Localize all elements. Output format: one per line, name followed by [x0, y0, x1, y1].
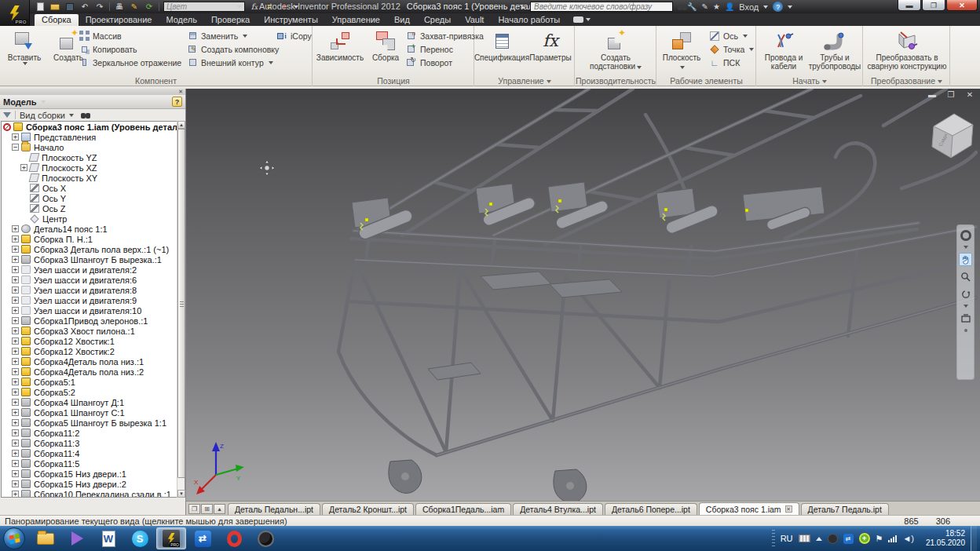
tree-item[interactable]: +Сборка3 Деталь пола верх.:1 (~1) [2, 244, 185, 254]
language-indicator[interactable]: RU [781, 534, 793, 543]
search-icon[interactable] [678, 2, 682, 12]
expander-icon[interactable]: + [12, 440, 19, 447]
action-center-icon[interactable]: ⚑ [876, 534, 883, 544]
tree-item[interactable]: +Узел шасси и двигателя:2 [2, 265, 185, 275]
expander-icon[interactable]: + [12, 450, 19, 457]
group-label[interactable]: Компонент [0, 76, 312, 86]
tray-app-icon[interactable] [828, 534, 838, 544]
show-desktop-button[interactable] [971, 526, 977, 551]
tree-item[interactable]: +Сборка12 Хвостик:1 [2, 336, 185, 346]
look-at-tool-icon[interactable] [959, 312, 972, 325]
insert-button[interactable]: Вставить [3, 28, 46, 75]
color-combobox[interactable]: Цвет [163, 2, 245, 12]
show-hidden-icons[interactable] [816, 537, 822, 541]
expander-icon[interactable]: + [12, 338, 19, 345]
antivirus-tray-icon[interactable]: + [859, 533, 870, 544]
expander-icon[interactable]: + [12, 399, 19, 406]
expander-icon[interactable]: + [12, 225, 19, 232]
group-label[interactable]: Рабочие элементы [657, 76, 755, 86]
expander-icon[interactable]: + [12, 246, 19, 253]
view-selector[interactable]: Вид сборки [20, 111, 65, 120]
taskbar-app-inventor[interactable]: PRO [156, 527, 186, 549]
help-icon[interactable]: ? [773, 2, 783, 12]
search-input[interactable] [530, 2, 673, 12]
tree-item[interactable]: +Сборка11:4 [2, 448, 185, 458]
tree-item[interactable]: +Сборка3 Шпангоут Б вырезка.:1 [2, 254, 185, 265]
tree-item[interactable]: +Сборка5:2 [2, 387, 185, 397]
create-substitutes-button[interactable]: ✦ Создать подстановки [580, 28, 651, 75]
chevron-down-icon[interactable] [69, 114, 74, 117]
update-icon[interactable]: ⟳ [144, 2, 155, 12]
tab-close-icon[interactable]: ✕ [785, 505, 792, 513]
tree-item[interactable]: +Сборка15 Низ двери.:2 [2, 479, 185, 489]
navbar-options-icon[interactable] [964, 329, 967, 332]
expander-icon[interactable]: + [12, 317, 19, 324]
expander-icon[interactable]: + [12, 460, 19, 467]
expander-icon[interactable]: + [12, 358, 19, 365]
expander-icon[interactable]: + [12, 266, 19, 273]
taskbar-app-explorer[interactable] [31, 527, 60, 549]
find-icon[interactable] [81, 111, 86, 120]
expand-arrow-icon[interactable]: ▸ [521, 2, 525, 11]
document-tab[interactable]: Сборка3 пояс 1.iam✕ [699, 502, 799, 515]
user-icon[interactable]: 👤 [725, 2, 734, 11]
ribbon-tab[interactable]: Проверка [204, 14, 257, 26]
taskbar-app-kmplayer[interactable] [62, 527, 92, 549]
document-tab[interactable]: Деталь4 Втулка...ipt [513, 503, 603, 515]
scroll-up-icon[interactable]: ▲ [177, 121, 185, 129]
tree-item[interactable]: Ось Y [2, 193, 185, 203]
group-label[interactable]: Производительность [576, 76, 656, 86]
document-tab[interactable]: Деталь2 Кроншт...ipt [322, 503, 414, 515]
print-icon[interactable]: 🖶 [114, 2, 125, 12]
tree-item[interactable]: +Сборка5 Шпангоут Б вырезка 1:1 [2, 418, 185, 428]
open-icon[interactable] [49, 2, 60, 12]
ribbon-display-toggle[interactable] [573, 16, 594, 24]
tree-item[interactable]: +Узел шасси и двигателя:6 [2, 275, 185, 285]
save-icon[interactable] [64, 2, 75, 12]
doc-close-button[interactable]: ✕ [964, 90, 975, 99]
expander-icon[interactable]: + [12, 419, 19, 426]
sketch-icon[interactable]: ✎ [129, 2, 140, 12]
restore-button[interactable]: ❐ [922, 0, 945, 11]
chevron-down-icon[interactable] [41, 100, 46, 104]
tree-item[interactable]: Ось X [2, 183, 185, 193]
tree-item[interactable]: +Деталь14 пояс 1:1 [2, 224, 185, 234]
tree-item[interactable]: +Плоскость XZ [2, 162, 185, 173]
expander-icon[interactable]: + [12, 348, 19, 355]
expander-icon[interactable]: − [12, 144, 19, 151]
tile-windows-icon[interactable]: ⊞ [201, 504, 213, 514]
chevron-down-icon[interactable] [964, 305, 968, 308]
expander-icon[interactable]: + [12, 480, 19, 487]
taskbar-app-word[interactable]: W [93, 527, 123, 549]
document-tab[interactable]: Деталь6 Попере...ipt [605, 503, 697, 515]
doc-minimize-button[interactable]: ▬ [927, 90, 938, 99]
chevron-down-icon[interactable] [763, 5, 768, 9]
rotate-button[interactable]: Поворот [406, 57, 452, 68]
tree-item[interactable]: Плоскость YZ [2, 152, 185, 162]
axis-button[interactable]: Ось [709, 30, 748, 42]
tree-item[interactable]: +Сборка11:2 [2, 428, 185, 438]
ribbon-tab[interactable]: Вид [387, 14, 417, 26]
tree-item[interactable]: +Сборка10 Перекладина сзади в.:1 [2, 489, 185, 498]
star-icon[interactable]: ★ [713, 2, 720, 11]
tree-item[interactable]: +Сборка1 Шпангоут С:1 [2, 407, 185, 418]
tree-item[interactable]: +Узел шасси и двигателя:10 [2, 305, 185, 316]
scroll-down-icon[interactable]: ▼ [177, 490, 185, 498]
chevron-down-icon[interactable] [964, 246, 968, 249]
expander-icon[interactable]: + [12, 389, 19, 396]
expander-icon[interactable]: + [12, 378, 19, 385]
tree-item[interactable]: Плоскость XY [2, 173, 185, 183]
sign-in-link[interactable]: Вход [739, 2, 759, 12]
close-button[interactable]: ✕ [946, 0, 978, 11]
expander-icon[interactable]: + [12, 327, 19, 334]
keyboard-layout-icon[interactable] [799, 535, 810, 542]
pen-icon[interactable]: ✎ [702, 2, 708, 11]
cascade-windows-icon[interactable]: ❐ [188, 504, 200, 514]
tree-item[interactable]: +Представления [2, 132, 185, 142]
grip-snap-button[interactable]: Захват-привязка [406, 30, 484, 42]
teamviewer-tray-icon[interactable]: ⇄ [843, 534, 854, 544]
tree-item[interactable]: +Сборка4Деталь пола низ.:2 [2, 367, 185, 377]
tree-scrollbar[interactable]: ▲ ▼ [177, 121, 185, 498]
tree-item[interactable]: +Сборка1Привод элеронов.:1 [2, 316, 185, 326]
tree-item[interactable]: Ось Z [2, 203, 185, 213]
